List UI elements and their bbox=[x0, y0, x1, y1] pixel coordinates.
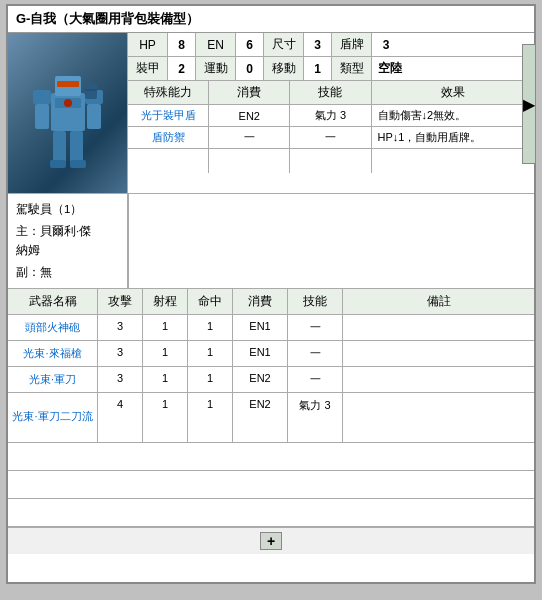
empty-row-3 bbox=[8, 499, 534, 527]
pilot-right-area bbox=[128, 194, 534, 288]
weapon-2-attack: 3 bbox=[98, 341, 143, 366]
size-label: 尺寸 bbox=[264, 33, 304, 56]
weapon-4-skill: 氣力 3 bbox=[288, 393, 343, 442]
weapons-section: 武器名稱 攻擊 射程 命中 消費 技能 備註 頭部火神砲 3 1 1 EN1 一… bbox=[8, 289, 534, 527]
move-label: 運動 bbox=[196, 57, 236, 80]
ability-header: 特殊能力 消費 技能 效果 bbox=[128, 81, 534, 105]
title-bar: G-自我（大氣圈用背包裝備型） bbox=[8, 6, 534, 33]
pilot-sub: 副：無 bbox=[16, 263, 119, 281]
top-section: HP 8 EN 6 尺寸 3 盾牌 3 裝甲 2 運動 0 移動 1 bbox=[8, 33, 534, 194]
stats-grid: HP 8 EN 6 尺寸 3 盾牌 3 裝甲 2 運動 0 移動 1 bbox=[128, 33, 534, 193]
weapon-3-name: 光束·軍刀 bbox=[8, 367, 98, 392]
card-container: G-自我（大氣圈用背包裝備型） bbox=[6, 4, 536, 584]
weapon-3-attack: 3 bbox=[98, 367, 143, 392]
wh-skill: 技能 bbox=[288, 289, 343, 314]
armor-value: 2 bbox=[168, 57, 196, 80]
hp-value: 8 bbox=[168, 33, 196, 56]
middle-section: 駕駛員（1） 主：貝爾利·傑 納姆 副：無 bbox=[8, 194, 534, 289]
svg-rect-8 bbox=[70, 131, 83, 163]
stats-row-1: HP 8 EN 6 尺寸 3 盾牌 3 bbox=[128, 33, 534, 57]
ability-1-cost: EN2 bbox=[209, 105, 290, 126]
pilot-main-label: 主：貝爾利·傑 bbox=[16, 225, 91, 237]
wh-attack: 攻擊 bbox=[98, 289, 143, 314]
size-value: 3 bbox=[304, 33, 332, 56]
pilot-section: 駕駛員（1） 主：貝爾利·傑 納姆 副：無 bbox=[8, 194, 128, 288]
stats-row-2: 裝甲 2 運動 0 移動 1 類型 空陸 bbox=[128, 57, 534, 81]
weapon-3-range: 1 bbox=[143, 367, 188, 392]
ability-col-skill: 技能 bbox=[290, 81, 371, 104]
shield-value: 3 bbox=[372, 33, 400, 56]
pilot-label: 駕駛員（1） bbox=[16, 200, 119, 218]
move-value: 0 bbox=[236, 57, 264, 80]
weapon-1-range: 1 bbox=[143, 315, 188, 340]
empty-row-2 bbox=[8, 471, 534, 499]
ability-2-effect: HP↓1，自動用盾牌。 bbox=[372, 127, 534, 148]
scroll-arrow-icon: ▶ bbox=[523, 95, 535, 114]
ability-row-1: 光于裝甲盾 EN2 氣力 3 自動傷害↓2無效。 bbox=[128, 105, 534, 127]
weapon-3-cost: EN2 bbox=[233, 367, 288, 392]
weapon-2-skill: 一 bbox=[288, 341, 343, 366]
mobility-label: 移動 bbox=[264, 57, 304, 80]
ability-2-cost: 一 bbox=[209, 127, 290, 148]
svg-rect-2 bbox=[57, 81, 79, 87]
ability-1-skill: 氣力 3 bbox=[290, 105, 371, 126]
right-scroll-button[interactable]: ▶ bbox=[522, 44, 536, 164]
weapon-3-skill: 一 bbox=[288, 367, 343, 392]
en-value: 6 bbox=[236, 33, 264, 56]
ability-2-skill: 一 bbox=[290, 127, 371, 148]
svg-rect-11 bbox=[85, 83, 97, 99]
svg-rect-10 bbox=[70, 160, 86, 168]
weapon-4-note bbox=[343, 393, 534, 442]
weapon-2-hit: 1 bbox=[188, 341, 233, 366]
weapon-4-range: 1 bbox=[143, 393, 188, 442]
weapon-2-name: 光束·來福槍 bbox=[8, 341, 98, 366]
weapon-1-name: 頭部火神砲 bbox=[8, 315, 98, 340]
weapon-1-cost: EN1 bbox=[233, 315, 288, 340]
ability-col-cost: 消費 bbox=[209, 81, 290, 104]
wh-name: 武器名稱 bbox=[8, 289, 98, 314]
ability-col-effect: 效果 bbox=[372, 81, 534, 104]
en-label: EN bbox=[196, 33, 236, 56]
ability-2-name: 盾防禦 bbox=[128, 127, 209, 148]
weapon-3-hit: 1 bbox=[188, 367, 233, 392]
hp-label: HP bbox=[128, 33, 168, 56]
svg-rect-9 bbox=[50, 160, 66, 168]
svg-rect-5 bbox=[35, 104, 49, 129]
weapon-2-range: 1 bbox=[143, 341, 188, 366]
weapon-row-3: 光束·軍刀 3 1 1 EN2 一 bbox=[8, 367, 534, 393]
ability-row-2: 盾防禦 一 一 HP↓1，自動用盾牌。 bbox=[128, 127, 534, 149]
ability-row-empty-1 bbox=[128, 149, 534, 173]
type-value: 空陸 bbox=[372, 57, 408, 80]
type-label: 類型 bbox=[332, 57, 372, 80]
pilot-main-name2: 納姆 bbox=[16, 241, 119, 259]
bottom-toolbar: + bbox=[8, 527, 534, 554]
weapon-4-hit: 1 bbox=[188, 393, 233, 442]
pilot-main: 主：貝爾利·傑 bbox=[16, 222, 119, 240]
robot-image bbox=[8, 33, 128, 193]
weapons-header: 武器名稱 攻擊 射程 命中 消費 技能 備註 bbox=[8, 289, 534, 315]
weapon-row-2: 光束·來福槍 3 1 1 EN1 一 bbox=[8, 341, 534, 367]
weapon-2-note bbox=[343, 341, 534, 366]
weapon-1-attack: 3 bbox=[98, 315, 143, 340]
weapon-1-skill: 一 bbox=[288, 315, 343, 340]
main-window: G-自我（大氣圈用背包裝備型） bbox=[6, 4, 536, 584]
ability-1-name: 光于裝甲盾 bbox=[128, 105, 209, 126]
mobility-value: 1 bbox=[304, 57, 332, 80]
weapon-4-name: 光束·軍刀二刀流 bbox=[8, 393, 98, 442]
weapon-2-cost: EN1 bbox=[233, 341, 288, 366]
add-button[interactable]: + bbox=[260, 532, 282, 550]
svg-point-14 bbox=[64, 99, 72, 107]
empty-row-1 bbox=[8, 443, 534, 471]
weapon-1-note bbox=[343, 315, 534, 340]
weapon-1-hit: 1 bbox=[188, 315, 233, 340]
wh-range: 射程 bbox=[143, 289, 188, 314]
svg-rect-6 bbox=[87, 104, 101, 129]
weapon-4-attack: 4 bbox=[98, 393, 143, 442]
weapon-row-1: 頭部火神砲 3 1 1 EN1 一 bbox=[8, 315, 534, 341]
svg-rect-7 bbox=[53, 131, 66, 163]
weapon-3-note bbox=[343, 367, 534, 392]
wh-cost: 消費 bbox=[233, 289, 288, 314]
ability-col-special: 特殊能力 bbox=[128, 81, 209, 104]
wh-note: 備註 bbox=[343, 289, 534, 314]
weapon-row-4: 光束·軍刀二刀流 4 1 1 EN2 氣力 3 bbox=[8, 393, 534, 443]
